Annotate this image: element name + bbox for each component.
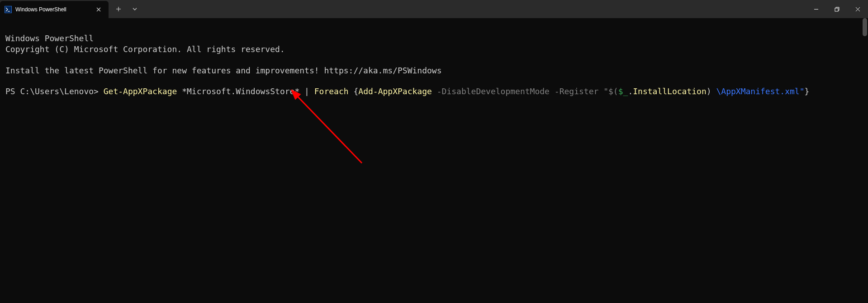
tab-powershell[interactable]: Windows PowerShell xyxy=(0,1,109,18)
tab-dropdown-button[interactable] xyxy=(127,0,143,18)
cmdlet-getappx: Get-AppXPackage xyxy=(104,87,177,96)
cmd-params: -DisableDevelopmentMode -Register xyxy=(432,87,603,96)
foreach-keyword: Foreach xyxy=(314,87,349,96)
variable: $_ xyxy=(618,87,628,96)
powershell-icon xyxy=(5,6,12,13)
window-controls xyxy=(806,0,868,18)
minimize-button[interactable] xyxy=(806,0,826,18)
vertical-scrollbar[interactable] xyxy=(862,18,868,303)
tab-title: Windows PowerShell xyxy=(15,6,90,13)
cmd-arg: *Microsoft.WindowsStore* xyxy=(177,87,304,96)
member-installlocation: InstallLocation xyxy=(633,87,707,96)
terminal-line-3: Install the latest PowerShell for new fe… xyxy=(5,66,442,75)
command-line: PS C:\Users\Lenovo> Get-AppXPackage *Mic… xyxy=(5,87,809,96)
new-tab-button[interactable] xyxy=(110,0,127,18)
prompt: PS C:\Users\Lenovo> xyxy=(5,87,104,96)
window-close-button[interactable] xyxy=(847,0,868,18)
tab-close-button[interactable] xyxy=(94,5,103,14)
open-brace: { xyxy=(353,87,358,96)
path-manifest: \AppXManifest.xml" xyxy=(711,87,805,96)
tab-area: Windows PowerShell xyxy=(0,0,143,18)
terminal-line-2: Copyright (C) Microsoft Corporation. All… xyxy=(5,44,285,54)
cmdlet-addappx: Add-AppXPackage xyxy=(358,87,432,96)
terminal-output[interactable]: Windows PowerShell Copyright (C) Microso… xyxy=(0,18,868,303)
maximize-button[interactable] xyxy=(826,0,847,18)
pipe-operator: | xyxy=(304,87,314,96)
terminal-line-1: Windows PowerShell xyxy=(5,34,94,43)
string-open: "$( xyxy=(603,87,618,96)
window-titlebar: Windows PowerShell xyxy=(0,0,868,18)
svg-rect-6 xyxy=(835,8,838,11)
scrollbar-thumb[interactable] xyxy=(863,18,867,36)
close-brace: } xyxy=(805,87,810,96)
